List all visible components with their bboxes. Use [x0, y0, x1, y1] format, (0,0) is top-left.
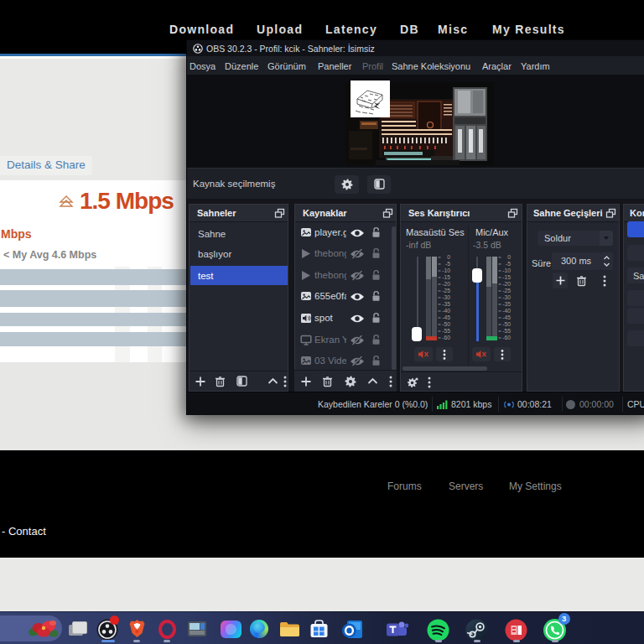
- svg-text:-35: -35: [442, 301, 450, 307]
- svg-text:-50: -50: [502, 321, 511, 327]
- svg-text:-35: -35: [502, 301, 511, 307]
- svg-text:-60: -60: [442, 335, 450, 340]
- svg-text:-10: -10: [502, 267, 511, 273]
- svg-text:-20: -20: [442, 281, 450, 287]
- svg-text:-25: -25: [442, 288, 450, 293]
- svg-text:0: 0: [447, 254, 450, 260]
- svg-text:-5: -5: [506, 261, 511, 267]
- svg-text:-20: -20: [502, 281, 511, 287]
- svg-text:-45: -45: [442, 314, 450, 320]
- svg-text:-15: -15: [502, 274, 511, 280]
- svg-text:-10: -10: [442, 267, 450, 273]
- svg-text:-55: -55: [442, 328, 450, 334]
- svg-text:-30: -30: [502, 294, 511, 300]
- svg-text:-40: -40: [502, 308, 511, 314]
- svg-text:-50: -50: [442, 321, 450, 327]
- svg-text:-30: -30: [442, 294, 450, 300]
- svg-text:-40: -40: [442, 308, 450, 314]
- svg-text:-60: -60: [502, 335, 511, 340]
- svg-text:-45: -45: [502, 314, 511, 320]
- svg-text:-15: -15: [442, 274, 450, 280]
- svg-text:0: 0: [507, 254, 511, 260]
- svg-text:-5: -5: [445, 261, 450, 267]
- svg-text:-25: -25: [502, 288, 511, 293]
- svg-text:-55: -55: [502, 328, 511, 334]
